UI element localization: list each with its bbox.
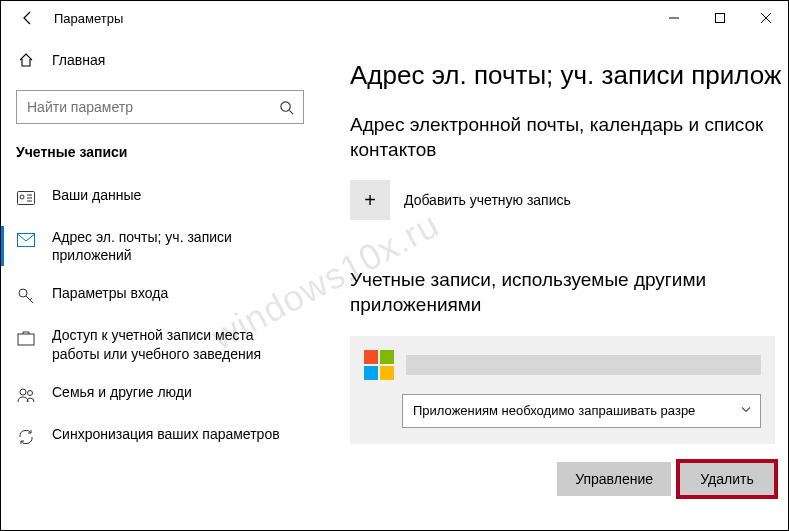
add-account-label: Добавить учетную запись bbox=[404, 192, 571, 208]
search-input[interactable] bbox=[17, 99, 269, 115]
add-account-button[interactable]: + Добавить учетную запись bbox=[350, 180, 789, 220]
microsoft-logo-icon bbox=[364, 350, 394, 380]
sidebar-item-your-info[interactable]: Ваши данные bbox=[0, 176, 320, 218]
sync-icon bbox=[16, 427, 36, 447]
svg-rect-19 bbox=[380, 366, 394, 380]
key-icon bbox=[16, 286, 36, 306]
window-title: Параметры bbox=[54, 11, 123, 26]
sidebar-home[interactable]: Главная bbox=[16, 40, 304, 80]
dropdown-value: Приложениям необходимо запрашивать разре bbox=[413, 403, 695, 418]
sidebar-home-label: Главная bbox=[52, 52, 105, 68]
svg-point-2 bbox=[280, 101, 289, 110]
mail-icon bbox=[16, 230, 36, 250]
svg-rect-9 bbox=[18, 234, 35, 247]
maximize-button[interactable] bbox=[697, 0, 743, 36]
svg-line-12 bbox=[30, 298, 32, 300]
svg-rect-1 bbox=[716, 14, 725, 23]
delete-button[interactable]: Удалить bbox=[679, 462, 775, 496]
close-button[interactable] bbox=[743, 0, 789, 36]
svg-rect-16 bbox=[364, 350, 378, 364]
sidebar-item-family[interactable]: Семья и другие люди bbox=[0, 373, 320, 415]
plus-icon: + bbox=[350, 180, 390, 220]
account-card[interactable]: Приложениям необходимо запрашивать разре bbox=[350, 336, 775, 444]
account-name-redacted bbox=[406, 355, 761, 375]
page-title: Адрес эл. почты; уч. записи прилож bbox=[350, 60, 789, 91]
svg-rect-18 bbox=[364, 366, 378, 380]
section-heading-other-apps: Учетные записи, используемые другими при… bbox=[350, 268, 770, 317]
sidebar-item-work-access[interactable]: Доступ к учетной записи места работы или… bbox=[0, 316, 320, 372]
section-heading-email: Адрес электронной почты, календарь и спи… bbox=[350, 113, 770, 162]
sidebar-item-label: Адрес эл. почты; уч. записи приложений bbox=[52, 228, 304, 264]
svg-line-11 bbox=[26, 296, 33, 303]
search-input-container[interactable] bbox=[16, 90, 304, 124]
sidebar-item-label: Ваши данные bbox=[52, 186, 141, 204]
people-icon bbox=[16, 385, 36, 405]
person-card-icon bbox=[16, 188, 36, 208]
account-permission-dropdown[interactable]: Приложениям необходимо запрашивать разре bbox=[402, 394, 761, 428]
sidebar-item-label: Семья и другие люди bbox=[52, 383, 192, 401]
chevron-down-icon bbox=[740, 403, 752, 418]
svg-rect-13 bbox=[18, 334, 34, 345]
search-icon bbox=[269, 100, 303, 115]
back-button[interactable] bbox=[8, 0, 48, 36]
briefcase-icon bbox=[16, 328, 36, 348]
sidebar-item-label: Доступ к учетной записи места работы или… bbox=[52, 326, 304, 362]
svg-point-15 bbox=[28, 390, 33, 395]
svg-point-5 bbox=[20, 195, 24, 199]
sidebar-section-header: Учетные записи bbox=[16, 144, 304, 160]
sidebar-item-signin-options[interactable]: Параметры входа bbox=[0, 274, 320, 316]
svg-point-14 bbox=[20, 389, 26, 395]
sidebar-item-email-accounts[interactable]: Адрес эл. почты; уч. записи приложений bbox=[0, 218, 320, 274]
manage-button[interactable]: Управление bbox=[557, 462, 671, 496]
home-icon bbox=[16, 52, 36, 68]
sidebar-item-sync[interactable]: Синхронизация ваших параметров bbox=[0, 415, 320, 457]
sidebar-item-label: Синхронизация ваших параметров bbox=[52, 425, 280, 443]
svg-rect-17 bbox=[380, 350, 394, 364]
minimize-button[interactable] bbox=[651, 0, 697, 36]
svg-line-3 bbox=[289, 110, 293, 114]
svg-point-10 bbox=[19, 289, 27, 297]
sidebar-item-label: Параметры входа bbox=[52, 284, 168, 302]
